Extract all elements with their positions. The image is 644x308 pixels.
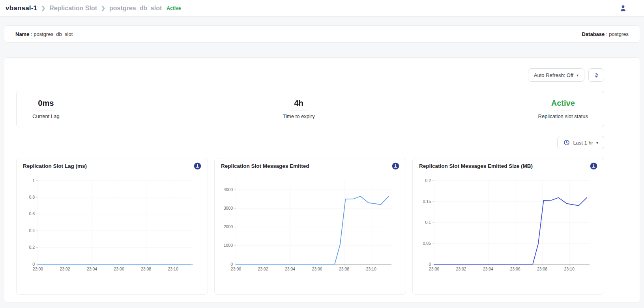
stat-value: 0ms [38,99,54,108]
chevron-right-icon: ❯ [101,5,105,11]
dashboard-card: Auto Refresh: Off ▾ 0ms Current Lag [4,57,640,303]
database-field: Database : postgres [582,31,629,37]
breadcrumb-cluster-name[interactable]: vbansal-1 [6,4,37,12]
database-label: Database [582,31,605,37]
svg-text:0.8: 0.8 [29,195,35,199]
svg-text:23:06: 23:06 [114,267,124,271]
slot-info-bar: Name : postgres_db_slot Database : postg… [4,25,640,43]
download-icon[interactable] [392,162,399,170]
svg-text:23:04: 23:04 [87,267,97,271]
divider [605,0,605,17]
time-range-row: Last 1 hr ▾ [16,136,604,149]
svg-text:23:02: 23:02 [456,267,466,271]
refresh-toolbar: Auto Refresh: Off ▾ [16,68,604,82]
breadcrumb-slot-name[interactable]: postgres_db_slot [109,5,162,12]
chart-card-lag: Replication Slot Lag (ms) 23:0023:0223:0… [16,158,208,295]
stat-divider [290,111,308,111]
svg-text:2000: 2000 [224,224,233,229]
stat-current-lag: 0ms Current Lag [32,99,60,119]
database-value: postgres [609,31,629,37]
svg-text:23:06: 23:06 [312,267,322,271]
chart-canvas: 23:0023:0223:0423:0623:0823:100100020003… [217,176,398,274]
svg-text:0.2: 0.2 [29,245,35,250]
svg-text:0: 0 [230,262,233,267]
caret-down-icon: ▾ [577,73,578,77]
svg-text:0: 0 [32,262,35,267]
svg-text:0.6: 0.6 [29,211,35,216]
svg-text:23:02: 23:02 [60,267,70,271]
refresh-icon [593,72,600,79]
chart-canvas: 23:0023:0223:0423:0623:0823:1000.050.10.… [415,176,596,274]
time-range-label: Last 1 hr [573,140,593,146]
svg-text:3000: 3000 [224,206,233,210]
svg-text:23:00: 23:00 [231,267,241,271]
stat-value: 4h [294,99,303,108]
stat-label: Time to expiry [283,113,315,119]
charts-row: Replication Slot Lag (ms) 23:0023:0223:0… [16,158,604,295]
stat-value: Active [551,99,575,108]
caret-down-icon: ▾ [596,141,598,145]
chart-header: Replication Slot Lag (ms) [17,158,208,174]
chart-plot: 23:0023:0223:0423:0623:0823:100100020003… [215,174,406,276]
breadcrumb-section[interactable]: Replication Slot [49,5,97,12]
app-root: vbansal-1 ❯ Replication Slot ❯ postgres_… [0,0,644,303]
svg-text:23:02: 23:02 [258,267,268,271]
download-icon[interactable] [590,162,597,170]
topbar-right [605,0,638,16]
svg-text:23:04: 23:04 [483,267,493,271]
svg-text:23:04: 23:04 [285,267,295,271]
status-badge: Active [167,6,181,11]
download-icon[interactable] [194,162,201,170]
refresh-button[interactable] [588,68,604,82]
stats-summary-card: 0ms Current Lag 4h Time to expiry Active… [16,91,604,127]
chart-canvas: 23:0023:0223:0423:0623:0823:1000.20.40.6… [19,176,200,274]
chart-title: Replication Slot Messages Emitted [221,163,309,169]
svg-text:23:10: 23:10 [564,267,574,271]
svg-text:23:06: 23:06 [510,267,520,271]
clock-icon [563,139,570,146]
slot-name-field: Name : postgres_db_slot [15,31,73,37]
stat-divider [37,111,55,111]
chart-card-messages-size: Replication Slot Messages Emitted Size (… [412,158,604,295]
breadcrumb: vbansal-1 ❯ Replication Slot ❯ postgres_… [6,4,181,12]
slot-name-value: postgres_db_slot [34,31,73,37]
colon-separator: : [605,31,609,37]
stat-slot-status: Active Replication slot status [538,99,588,119]
svg-text:1: 1 [32,178,35,183]
auto-refresh-label: Auto Refresh: Off [534,72,573,78]
svg-text:0.4: 0.4 [29,228,35,233]
dashboard-content: Auto Refresh: Off ▾ 0ms Current Lag [16,68,604,295]
stat-label: Replication slot status [538,113,588,119]
chart-title: Replication Slot Lag (ms) [23,163,87,169]
svg-text:1000: 1000 [224,243,233,248]
chart-header: Replication Slot Messages Emitted [215,158,406,174]
chart-card-messages: Replication Slot Messages Emitted 23:002… [214,158,406,295]
chart-header: Replication Slot Messages Emitted Size (… [413,158,604,174]
colon-separator: : [29,31,34,37]
svg-text:0.05: 0.05 [423,241,431,246]
chart-title: Replication Slot Messages Emitted Size (… [419,163,533,169]
slot-name-label: Name [15,31,29,37]
svg-text:23:08: 23:08 [141,267,151,271]
svg-text:0: 0 [429,262,431,267]
chart-plot: 23:0023:0223:0423:0623:0823:1000.050.10.… [413,174,604,276]
stat-time-to-expiry: 4h Time to expiry [283,99,315,119]
user-icon[interactable] [619,4,627,13]
svg-text:0.15: 0.15 [423,199,431,204]
chevron-right-icon: ❯ [41,5,45,11]
svg-text:23:08: 23:08 [339,267,349,271]
auto-refresh-dropdown[interactable]: Auto Refresh: Off ▾ [528,68,584,82]
svg-text:23:10: 23:10 [366,267,376,271]
time-range-dropdown[interactable]: Last 1 hr ▾ [557,136,604,149]
chart-plot: 23:0023:0223:0423:0623:0823:1000.20.40.6… [17,174,208,276]
svg-text:0.1: 0.1 [425,220,431,225]
svg-text:23:00: 23:00 [429,267,439,271]
svg-text:0.2: 0.2 [425,178,431,183]
stat-label: Current Lag [32,113,60,119]
top-bar: vbansal-1 ❯ Replication Slot ❯ postgres_… [0,0,644,17]
svg-text:4000: 4000 [224,187,233,192]
svg-text:23:10: 23:10 [168,267,178,271]
svg-text:23:08: 23:08 [537,267,547,271]
stat-divider [554,111,572,111]
svg-text:23:00: 23:00 [33,267,43,271]
